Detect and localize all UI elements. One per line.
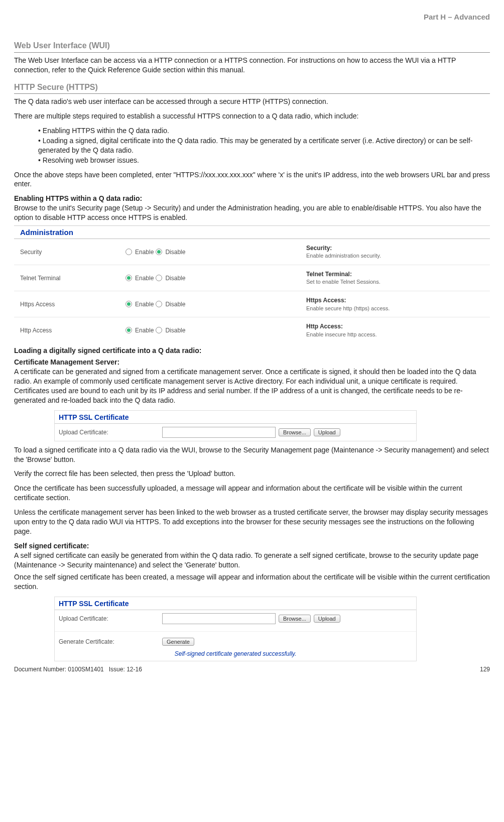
section-title-wui: Web User Interface (WUI)	[14, 40, 490, 53]
certificate-path-input[interactable]	[162, 427, 276, 438]
ssl-generate-panel: HTTP SSL Certificate Upload Certificate:…	[54, 597, 417, 661]
upload-label: Upload Certificate:	[59, 428, 159, 436]
admin-label: Http Access	[20, 326, 125, 334]
issue-number: Issue: 12-16	[109, 666, 142, 673]
subheading-enable-https: Enabling HTTPS within a Q data radio:	[14, 194, 142, 202]
body-text: Once the self signed certificate has bee…	[14, 572, 490, 592]
upload-button[interactable]: Upload	[314, 428, 340, 436]
body-text: Verify the correct file has been selecte…	[14, 469, 490, 479]
admin-row-https: Https Access Enable Disable Https Access…	[14, 291, 490, 317]
radio-label: Disable	[165, 326, 185, 334]
radio-disable[interactable]	[156, 249, 162, 255]
admin-label: Telnet Terminal	[20, 274, 125, 282]
radio-label: Enable	[135, 248, 154, 256]
body-text: A certificate can be generated and signe…	[14, 368, 476, 404]
radio-label: Enable	[135, 274, 154, 282]
ssl-title: HTTP SSL Certificate	[55, 411, 416, 424]
body-text: The Web User Interface can be access via…	[14, 56, 490, 75]
admin-title: Administration	[14, 226, 490, 239]
body-text: There are multiple steps required to est…	[14, 111, 490, 121]
admin-row-telnet: Telnet Terminal Enable Disable Telnet Te…	[14, 265, 490, 291]
subheading-self-signed: Self signed certificate:	[14, 542, 89, 550]
admin-desc: Telnet Terminal:Set to enable Telnet Ses…	[306, 270, 484, 286]
part-header: Part H – Advanced	[14, 12, 490, 22]
radio-enable[interactable]	[125, 301, 132, 307]
ssl-title: HTTP SSL Certificate	[55, 597, 416, 610]
doc-number: Document Number: 0100SM1401	[14, 666, 104, 673]
radio-label: Disable	[165, 274, 185, 282]
admin-desc: Https Access:Enable secure http (https) …	[306, 296, 484, 312]
subheading-cms: Certificate Management Server:	[14, 358, 119, 366]
body-text: Once the above steps have been completed…	[14, 170, 490, 189]
radio-label: Enable	[135, 300, 154, 308]
page-footer: Document Number: 0100SM1401 Issue: 12-16…	[14, 665, 490, 673]
radio-enable[interactable]	[125, 327, 132, 333]
admin-desc: Http Access:Enable insecure http access.	[306, 322, 484, 338]
admin-row-security: Security Enable Disable Security:Enable …	[14, 239, 490, 265]
subheading-loading-cert: Loading a digitally signed certificate i…	[14, 346, 490, 356]
list-item: Resolving web browser issues.	[38, 156, 490, 165]
radio-label: Enable	[135, 326, 154, 334]
admin-row-http: Http Access Enable Disable Http Access:E…	[14, 317, 490, 343]
bullet-list: Enabling HTTPS within the Q data radio. …	[38, 126, 490, 165]
radio-label: Disable	[165, 300, 185, 308]
list-item: Enabling HTTPS within the Q data radio.	[38, 126, 490, 136]
administration-panel: Administration Security Enable Disable S…	[14, 225, 490, 343]
radio-disable[interactable]	[156, 275, 162, 281]
certificate-path-input[interactable]	[162, 613, 276, 624]
body-text: Browse to the unit's Security page (Setu…	[14, 204, 481, 221]
body-text: A self signed certificate can easily be …	[14, 551, 478, 569]
generate-button[interactable]: Generate	[162, 638, 194, 646]
body-text: Unless the certificate management server…	[14, 508, 490, 536]
generate-label: Generate Certificate:	[59, 638, 159, 646]
body-text: To load a signed certificate into a Q da…	[14, 445, 490, 464]
admin-label: Https Access	[20, 300, 125, 308]
admin-desc: Security:Enable administration security.	[306, 244, 484, 260]
radio-disable[interactable]	[156, 327, 162, 333]
page-number: 129	[480, 665, 490, 673]
ssl-upload-panel: HTTP SSL Certificate Upload Certificate:…	[54, 410, 417, 441]
status-message: Self-signed certificate generated succes…	[55, 649, 416, 661]
body-text: The Q data radio's web user interface ca…	[14, 97, 490, 106]
body-text: Once the certificate has been successful…	[14, 484, 490, 503]
admin-label: Security	[20, 248, 125, 256]
upload-label: Upload Certificate:	[59, 615, 159, 623]
browse-button[interactable]: Browse...	[279, 615, 311, 623]
radio-label: Disable	[165, 248, 185, 256]
upload-button[interactable]: Upload	[314, 615, 340, 623]
section-title-https: HTTP Secure (HTTPS)	[14, 82, 490, 94]
radio-disable[interactable]	[156, 301, 162, 307]
radio-enable[interactable]	[125, 249, 132, 255]
list-item: Loading a signed, digital certificate in…	[38, 136, 490, 155]
browse-button[interactable]: Browse...	[279, 428, 311, 436]
radio-enable[interactable]	[125, 275, 132, 281]
